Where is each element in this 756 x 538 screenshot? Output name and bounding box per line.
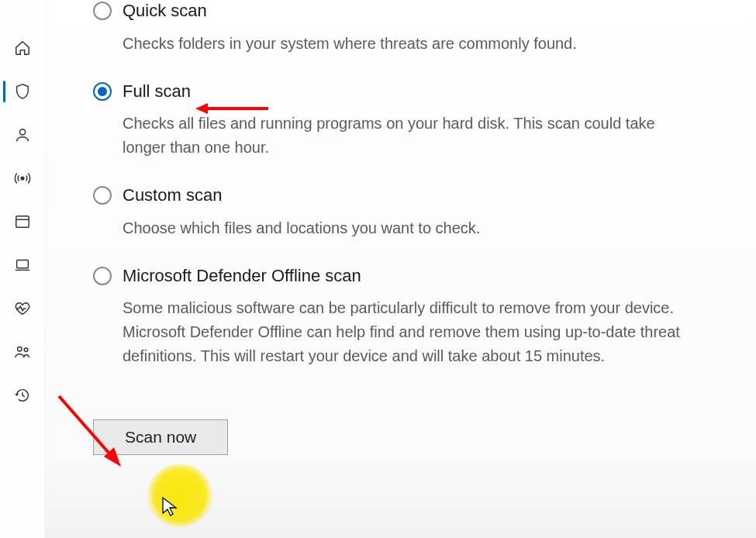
option-title: Full scan xyxy=(123,81,681,103)
scan-now-button[interactable]: Scan now xyxy=(93,419,228,455)
shield-icon xyxy=(14,83,31,100)
option-title: Custom scan xyxy=(123,185,681,207)
heart-icon xyxy=(14,300,31,317)
laptop-icon xyxy=(14,257,31,274)
history-icon xyxy=(14,387,31,404)
svg-rect-2 xyxy=(16,216,29,228)
option-offline-scan: Microsoft Defender Offline scan Some mal… xyxy=(93,265,725,369)
sidebar-nav xyxy=(0,0,45,538)
option-quick-scan: Quick scan Checks folders in your system… xyxy=(93,0,725,56)
sidebar-item-device[interactable] xyxy=(0,243,44,287)
sidebar-item-home[interactable] xyxy=(0,26,44,70)
svg-point-5 xyxy=(24,348,28,352)
sidebar-item-account[interactable] xyxy=(0,113,44,157)
option-title: Microsoft Defender Offline scan xyxy=(123,265,681,288)
sidebar-item-firewall[interactable] xyxy=(0,157,44,200)
window-icon xyxy=(14,213,31,230)
option-desc: Some malicious software can be particula… xyxy=(123,296,681,368)
option-desc: Checks all files and running programs on… xyxy=(123,112,681,160)
svg-point-1 xyxy=(21,177,24,180)
option-desc: Checks folders in your system where thre… xyxy=(123,32,681,56)
svg-point-4 xyxy=(17,347,21,352)
broadcast-icon xyxy=(14,170,31,187)
radio-full-scan[interactable] xyxy=(93,82,112,101)
home-icon xyxy=(14,40,31,57)
sidebar-item-health[interactable] xyxy=(0,287,44,330)
sidebar-item-family[interactable] xyxy=(0,330,44,374)
svg-rect-3 xyxy=(16,260,28,268)
option-custom-scan: Custom scan Choose which files and locat… xyxy=(93,185,725,240)
svg-point-0 xyxy=(19,129,25,135)
people-icon xyxy=(14,343,31,360)
option-full-scan: Full scan Checks all files and running p… xyxy=(93,81,725,160)
option-desc: Choose which files and locations you wan… xyxy=(123,216,681,240)
sidebar-item-app-browser[interactable] xyxy=(0,200,44,243)
scan-options-panel: Quick scan Checks folders in your system… xyxy=(45,0,756,538)
option-title: Quick scan xyxy=(123,0,681,22)
sidebar-item-history[interactable] xyxy=(0,374,44,417)
radio-custom-scan[interactable] xyxy=(93,186,112,205)
sidebar-item-shield[interactable] xyxy=(0,70,44,113)
person-icon xyxy=(14,126,31,143)
radio-offline-scan[interactable] xyxy=(93,267,112,285)
radio-quick-scan[interactable] xyxy=(93,2,112,20)
